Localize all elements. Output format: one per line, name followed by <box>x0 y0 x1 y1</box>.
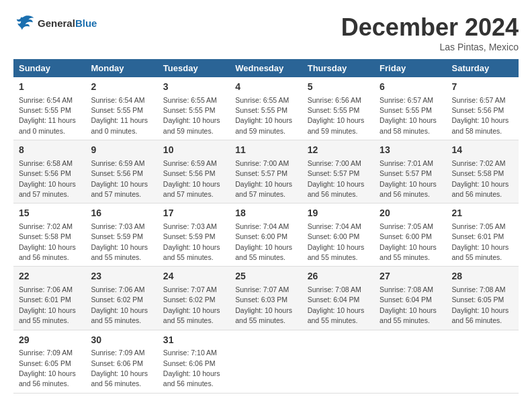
day-number: 9 <box>91 144 152 157</box>
sunset-info: Sunset: 6:03 PM <box>235 295 287 304</box>
daylight-info: Daylight: 10 hours and 55 minutes. <box>308 243 365 261</box>
calendar-day-cell <box>230 330 302 393</box>
calendar-day-cell: 24Sunrise: 7:07 AMSunset: 6:02 PMDayligh… <box>158 267 230 330</box>
calendar-day-cell: 10Sunrise: 6:59 AMSunset: 5:56 PMDayligh… <box>158 140 230 203</box>
day-number: 28 <box>452 270 513 283</box>
calendar-week-row: 29Sunrise: 7:09 AMSunset: 6:05 PMDayligh… <box>13 330 519 393</box>
day-number: 4 <box>235 81 296 94</box>
calendar-day-cell: 18Sunrise: 7:04 AMSunset: 6:00 PMDayligh… <box>230 203 302 267</box>
calendar-day-cell: 25Sunrise: 7:07 AMSunset: 6:03 PMDayligh… <box>230 267 302 330</box>
sunset-info: Sunset: 5:59 PM <box>91 232 143 240</box>
calendar-day-cell <box>374 330 446 393</box>
sunset-info: Sunset: 5:55 PM <box>19 106 71 114</box>
day-number: 17 <box>163 207 224 220</box>
sunset-info: Sunset: 6:01 PM <box>452 232 504 240</box>
calendar-day-cell: 8Sunrise: 6:58 AMSunset: 5:56 PMDaylight… <box>13 140 85 203</box>
calendar-day-cell: 22Sunrise: 7:06 AMSunset: 6:01 PMDayligh… <box>13 267 85 330</box>
day-number: 14 <box>452 144 513 157</box>
sunrise-info: Sunrise: 7:01 AM <box>380 159 433 167</box>
calendar-day-cell: 9Sunrise: 6:59 AMSunset: 5:56 PMDaylight… <box>85 140 157 203</box>
calendar-week-row: 22Sunrise: 7:06 AMSunset: 6:01 PMDayligh… <box>13 267 519 330</box>
sunset-info: Sunset: 5:56 PM <box>91 169 143 177</box>
day-number: 26 <box>308 270 369 283</box>
month-title: December 2024 <box>341 13 519 42</box>
sunset-info: Sunset: 5:55 PM <box>235 106 287 114</box>
day-number: 12 <box>308 144 369 157</box>
day-number: 23 <box>91 270 152 283</box>
sunrise-info: Sunrise: 7:08 AM <box>380 285 433 293</box>
calendar-day-cell: 1Sunrise: 6:54 AMSunset: 5:55 PMDaylight… <box>13 77 85 140</box>
sunset-info: Sunset: 5:57 PM <box>308 169 360 177</box>
calendar-day-cell: 3Sunrise: 6:55 AMSunset: 5:55 PMDaylight… <box>158 77 230 140</box>
sunrise-info: Sunrise: 7:09 AM <box>19 349 73 357</box>
day-number: 15 <box>19 207 80 220</box>
sunrise-info: Sunrise: 7:04 AM <box>308 222 361 230</box>
day-number: 6 <box>380 81 441 94</box>
calendar-day-cell: 16Sunrise: 7:03 AMSunset: 5:59 PMDayligh… <box>85 203 157 267</box>
sunrise-info: Sunrise: 6:59 AM <box>91 159 144 167</box>
header-thursday: Thursday <box>302 59 374 77</box>
calendar-day-cell: 11Sunrise: 7:00 AMSunset: 5:57 PMDayligh… <box>230 140 302 203</box>
calendar-header-row: Sunday Monday Tuesday Wednesday Thursday… <box>13 59 519 77</box>
sunset-info: Sunset: 5:58 PM <box>452 169 504 177</box>
calendar-week-row: 1Sunrise: 6:54 AMSunset: 5:55 PMDaylight… <box>13 77 519 140</box>
day-number: 11 <box>235 144 296 157</box>
sunrise-info: Sunrise: 6:54 AM <box>91 96 144 104</box>
sunrise-info: Sunrise: 7:02 AM <box>19 222 73 230</box>
daylight-info: Daylight: 10 hours and 56 minutes. <box>163 369 220 387</box>
calendar-day-cell: 6Sunrise: 6:57 AMSunset: 5:55 PMDaylight… <box>374 77 446 140</box>
sunset-info: Sunset: 5:55 PM <box>380 106 432 114</box>
header-wednesday: Wednesday <box>230 59 302 77</box>
daylight-info: Daylight: 10 hours and 56 minutes. <box>308 180 365 198</box>
sunset-info: Sunset: 6:02 PM <box>163 295 216 304</box>
sunset-info: Sunset: 6:00 PM <box>235 232 287 240</box>
day-number: 2 <box>91 81 152 94</box>
calendar-day-cell: 13Sunrise: 7:01 AMSunset: 5:57 PMDayligh… <box>374 140 446 203</box>
day-number: 25 <box>235 270 296 283</box>
sunset-info: Sunset: 6:06 PM <box>91 359 143 367</box>
sunrise-info: Sunrise: 7:03 AM <box>91 222 144 230</box>
logo-bird-icon <box>13 13 35 32</box>
sunrise-info: Sunrise: 6:55 AM <box>235 96 289 104</box>
sunrise-info: Sunrise: 6:55 AM <box>163 96 217 104</box>
day-number: 10 <box>163 144 224 157</box>
calendar-day-cell: 2Sunrise: 6:54 AMSunset: 5:55 PMDaylight… <box>85 77 157 140</box>
daylight-info: Daylight: 10 hours and 55 minutes. <box>235 243 292 261</box>
sunset-info: Sunset: 6:05 PM <box>19 359 71 367</box>
calendar-day-cell: 26Sunrise: 7:08 AMSunset: 6:04 PMDayligh… <box>302 267 374 330</box>
calendar-table: Sunday Monday Tuesday Wednesday Thursday… <box>13 59 519 394</box>
sunset-info: Sunset: 6:05 PM <box>452 295 504 304</box>
daylight-info: Daylight: 10 hours and 55 minutes. <box>308 306 365 324</box>
sunrise-info: Sunrise: 7:00 AM <box>235 159 289 167</box>
day-number: 27 <box>380 270 441 283</box>
day-number: 24 <box>163 270 224 283</box>
sunset-info: Sunset: 5:57 PM <box>235 169 287 177</box>
sunrise-info: Sunrise: 7:08 AM <box>452 285 506 293</box>
sunrise-info: Sunrise: 7:04 AM <box>235 222 289 230</box>
sunrise-info: Sunrise: 7:00 AM <box>308 159 361 167</box>
header-sunday: Sunday <box>13 59 85 77</box>
calendar-week-row: 8Sunrise: 6:58 AMSunset: 5:56 PMDaylight… <box>13 140 519 203</box>
sunset-info: Sunset: 6:04 PM <box>380 295 432 304</box>
sunset-info: Sunset: 5:55 PM <box>308 106 360 114</box>
sunset-info: Sunset: 5:59 PM <box>163 232 216 240</box>
calendar-day-cell: 21Sunrise: 7:05 AMSunset: 6:01 PMDayligh… <box>447 203 519 267</box>
sunrise-info: Sunrise: 6:57 AM <box>452 96 506 104</box>
daylight-info: Daylight: 10 hours and 55 minutes. <box>452 243 509 261</box>
calendar-day-cell: 29Sunrise: 7:09 AMSunset: 6:05 PMDayligh… <box>13 330 85 393</box>
calendar-day-cell: 20Sunrise: 7:05 AMSunset: 6:00 PMDayligh… <box>374 203 446 267</box>
calendar-day-cell: 27Sunrise: 7:08 AMSunset: 6:04 PMDayligh… <box>374 267 446 330</box>
sunset-info: Sunset: 5:56 PM <box>163 169 216 177</box>
sunrise-info: Sunrise: 7:03 AM <box>163 222 217 230</box>
daylight-info: Daylight: 10 hours and 56 minutes. <box>91 369 148 387</box>
day-number: 1 <box>19 81 80 94</box>
title-section: December 2024 Las Pintas, Mexico <box>341 13 519 52</box>
daylight-info: Daylight: 10 hours and 59 minutes. <box>163 116 220 134</box>
sunrise-info: Sunrise: 7:06 AM <box>91 285 144 293</box>
sunrise-info: Sunrise: 6:56 AM <box>308 96 361 104</box>
daylight-info: Daylight: 10 hours and 56 minutes. <box>452 306 509 324</box>
sunset-info: Sunset: 5:55 PM <box>163 106 216 114</box>
location: Las Pintas, Mexico <box>341 42 519 52</box>
day-number: 19 <box>308 207 369 220</box>
sunset-info: Sunset: 6:04 PM <box>308 295 360 304</box>
